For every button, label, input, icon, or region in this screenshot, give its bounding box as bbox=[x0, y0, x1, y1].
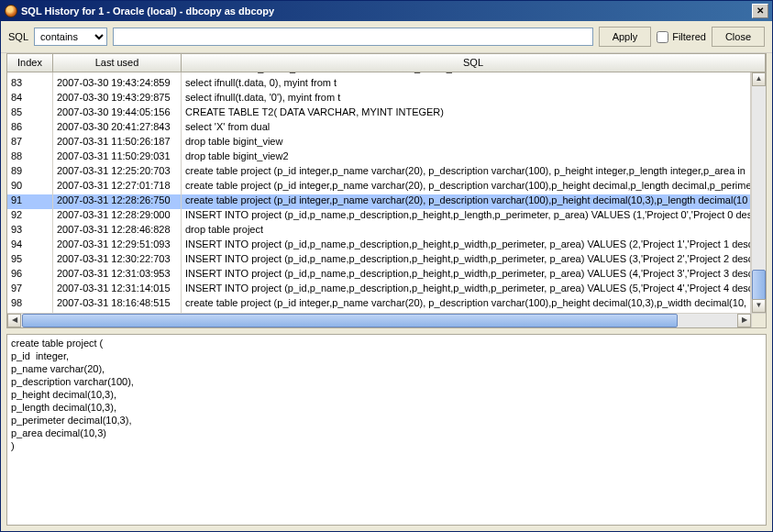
table-header: Index Last used SQL bbox=[7, 54, 766, 72]
cell-last-used: 2007-03-31 12:28:29:000 bbox=[53, 209, 182, 224]
cell-sql: drop table project bbox=[182, 224, 751, 238]
table-row[interactable]: 852007-03-30 19:44:05:156CREATE TABLE T2… bbox=[7, 106, 751, 121]
filtered-checkbox-input[interactable] bbox=[657, 31, 668, 43]
window-title: SQL History for 1 - Oracle (local) - dbc… bbox=[21, 6, 752, 17]
cell-sql: create table project (p_id integer,p_nam… bbox=[182, 165, 751, 180]
cell-index: 84 bbox=[7, 92, 53, 106]
horizontal-scrollbar[interactable]: ◀ ▶ bbox=[7, 313, 751, 327]
table-row[interactable]: 902007-03-31 12:27:01:718create table pr… bbox=[7, 180, 751, 194]
cell-index: 94 bbox=[7, 238, 53, 253]
window-close-button[interactable]: ✕ bbox=[752, 4, 768, 18]
cell-last-used: 2007-03-30 19:43:24:859 bbox=[53, 77, 182, 92]
table-row[interactable]: 912007-03-31 12:28:26:750create table pr… bbox=[7, 194, 751, 209]
cell-sql: create table project (p_id integer,p_nam… bbox=[182, 194, 751, 209]
cell-sql: INSERT INTO project (p_id,p_name,p_descr… bbox=[182, 283, 751, 297]
scroll-left-icon[interactable]: ◀ bbox=[7, 314, 21, 327]
cell-index: 87 bbox=[7, 136, 53, 150]
cell-last-used: 2007-03-31 11:50:29:031 bbox=[53, 150, 182, 165]
cell-sql: select 'X' from dual bbox=[182, 121, 751, 136]
cell-last-used: 2007-03-31 12:27:01:718 bbox=[53, 180, 182, 194]
titlebar[interactable]: SQL History for 1 - Oracle (local) - dbc… bbox=[1, 1, 772, 21]
cell-sql: CREATE TABLE T2( DATA VARCHAR, MYINT INT… bbox=[182, 106, 751, 121]
cell-last-used: 2007-03-30 19:44:05:156 bbox=[53, 106, 182, 121]
col-last-used[interactable]: Last used bbox=[53, 54, 182, 72]
cell-sql: create table project (p_id integer,p_nam… bbox=[182, 180, 751, 194]
scroll-up-icon[interactable]: ▲ bbox=[752, 72, 766, 86]
table-rows: 822007-03-29 08:02:58:911insert into DAT… bbox=[7, 72, 751, 313]
cell-index: 85 bbox=[7, 106, 53, 121]
table-body: 822007-03-29 08:02:58:911insert into DAT… bbox=[7, 72, 766, 327]
window: SQL History for 1 - Oracle (local) - dbc… bbox=[0, 0, 773, 532]
cell-index: 90 bbox=[7, 180, 53, 194]
apply-button[interactable]: Apply bbox=[599, 27, 652, 47]
filtered-checkbox[interactable]: Filtered bbox=[657, 31, 706, 43]
cell-index: 91 bbox=[7, 194, 53, 209]
cell-last-used: 2007-03-31 12:28:26:750 bbox=[53, 194, 182, 209]
cell-sql: select ifnull(t.data, 0), myint from t bbox=[182, 77, 751, 92]
cell-index: 96 bbox=[7, 268, 53, 283]
hscroll-thumb[interactable] bbox=[22, 314, 678, 327]
cell-index: 93 bbox=[7, 224, 53, 238]
cell-sql: INSERT INTO project (p_id,p_name,p_descr… bbox=[182, 209, 751, 224]
close-button[interactable]: Close bbox=[712, 27, 765, 47]
cell-last-used: 2007-03-31 11:50:26:187 bbox=[53, 136, 182, 150]
scroll-down-icon[interactable]: ▼ bbox=[752, 299, 766, 313]
cell-sql: select ifnull(t.data, '0'), myint from t bbox=[182, 92, 751, 106]
toolbar: SQL contains Apply Filtered Close bbox=[1, 21, 772, 53]
cell-index: 89 bbox=[7, 165, 53, 180]
cell-last-used: 2007-03-30 20:41:27:843 bbox=[53, 121, 182, 136]
table-row[interactable]: 982007-03-31 18:16:48:515create table pr… bbox=[7, 297, 751, 312]
scroll-right-icon[interactable]: ▶ bbox=[737, 314, 751, 327]
cell-index: 88 bbox=[7, 150, 53, 165]
cell-index: 98 bbox=[7, 297, 53, 312]
content: Index Last used SQL 822007-03-29 08:02:5… bbox=[1, 53, 772, 531]
table-row[interactable]: 892007-03-31 12:25:20:703create table pr… bbox=[7, 165, 751, 180]
table-row[interactable]: 942007-03-31 12:29:51:093INSERT INTO pro… bbox=[7, 238, 751, 253]
scroll-corner bbox=[751, 313, 766, 327]
cell-index: 97 bbox=[7, 283, 53, 297]
table-row[interactable]: 862007-03-30 20:41:27:843select 'X' from… bbox=[7, 121, 751, 136]
table-row[interactable]: 842007-03-30 19:43:29:875select ifnull(t… bbox=[7, 92, 751, 106]
cell-sql: drop table bigint_view2 bbox=[182, 150, 751, 165]
filter-input[interactable] bbox=[113, 28, 593, 46]
cell-index: 95 bbox=[7, 253, 53, 268]
table-row[interactable]: 882007-03-31 11:50:29:031drop table bigi… bbox=[7, 150, 751, 165]
vertical-scrollbar[interactable]: ▲ ▼ bbox=[751, 72, 766, 313]
table-row[interactable]: 962007-03-31 12:31:03:953INSERT INTO pro… bbox=[7, 268, 751, 283]
sql-detail-pane[interactable]: create table project ( p_id integer, p_n… bbox=[6, 334, 767, 526]
cell-sql: INSERT INTO project (p_id,p_name,p_descr… bbox=[182, 253, 751, 268]
cell-index: 83 bbox=[7, 77, 53, 92]
app-icon bbox=[5, 5, 17, 17]
table-row[interactable]: 872007-03-31 11:50:26:187drop table bigi… bbox=[7, 136, 751, 150]
table-row[interactable]: 972007-03-31 12:31:14:015INSERT INTO pro… bbox=[7, 283, 751, 297]
cell-last-used: 2007-03-31 12:29:51:093 bbox=[53, 238, 182, 253]
table-row[interactable]: 932007-03-31 12:28:46:828drop table proj… bbox=[7, 224, 751, 238]
cell-last-used: 2007-03-31 18:16:48:515 bbox=[53, 297, 182, 312]
cell-index: 86 bbox=[7, 121, 53, 136]
filter-mode-select[interactable]: contains bbox=[34, 28, 107, 46]
sql-label: SQL bbox=[8, 31, 28, 42]
col-sql[interactable]: SQL bbox=[182, 54, 766, 72]
cell-last-used: 2007-03-31 12:30:22:703 bbox=[53, 253, 182, 268]
cell-sql: drop table bigint_view bbox=[182, 136, 751, 150]
cell-last-used: 2007-03-31 12:25:20:703 bbox=[53, 165, 182, 180]
table-row[interactable]: 832007-03-30 19:43:24:859select ifnull(t… bbox=[7, 77, 751, 92]
cell-last-used: 2007-03-30 19:43:29:875 bbox=[53, 92, 182, 106]
cell-last-used: 2007-03-31 12:28:46:828 bbox=[53, 224, 182, 238]
col-index[interactable]: Index bbox=[7, 54, 53, 72]
cell-sql: INSERT INTO project (p_id,p_name,p_descr… bbox=[182, 238, 751, 253]
table-row[interactable]: 922007-03-31 12:28:29:000INSERT INTO pro… bbox=[7, 209, 751, 224]
table-row[interactable]: 952007-03-31 12:30:22:703INSERT INTO pro… bbox=[7, 253, 751, 268]
cell-sql: create table project (p_id integer,p_nam… bbox=[182, 297, 751, 312]
cell-index: 92 bbox=[7, 209, 53, 224]
cell-last-used: 2007-03-31 12:31:03:953 bbox=[53, 268, 182, 283]
cell-last-used: 2007-03-31 12:31:14:015 bbox=[53, 283, 182, 297]
cell-sql: INSERT INTO project (p_id,p_name,p_descr… bbox=[182, 268, 751, 283]
filtered-label: Filtered bbox=[672, 31, 706, 42]
history-table: Index Last used SQL 822007-03-29 08:02:5… bbox=[6, 53, 767, 328]
